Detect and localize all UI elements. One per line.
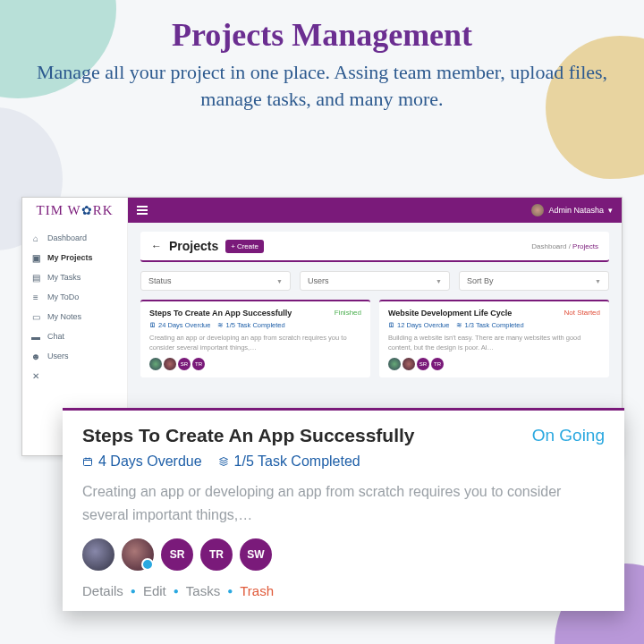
avatar: TR: [192, 358, 205, 370]
sidebar-item-users[interactable]: ☻Users: [22, 346, 127, 366]
filter-label: Sort By: [467, 276, 494, 285]
chevron-down-icon: ▼: [276, 278, 283, 284]
plus-icon: +: [231, 242, 235, 250]
avatar: SR: [417, 358, 429, 370]
separator-dot: ●: [174, 586, 179, 596]
detail-desc: Creating an app or developing an app fro…: [82, 480, 605, 526]
project-cards: Steps To Create An App Successfully Fini…: [140, 300, 609, 377]
sidebar-item-projects[interactable]: ▣My Projects: [22, 248, 127, 267]
separator-dot: ●: [131, 586, 136, 596]
project-desc: Creating an app or developing an app fro…: [149, 334, 361, 352]
tasks-text: ≋ 1/5 Task Completed: [217, 321, 284, 329]
overdue-text: 🗓 24 Days Overdue: [149, 321, 210, 329]
avatar: SR: [178, 358, 191, 370]
details-link[interactable]: Details: [82, 583, 123, 598]
sidebar-item-label: Chat: [47, 332, 64, 341]
trash-link[interactable]: Trash: [240, 583, 274, 598]
chevron-down-icon: ▼: [436, 278, 442, 284]
filter-users[interactable]: Users▼: [300, 271, 450, 291]
topbar: TIM W✿RK Admin Natasha ▾: [22, 198, 622, 223]
avatar-stack: SR TR: [149, 358, 361, 370]
calendar-icon: [82, 456, 93, 467]
tasks-text: ≋ 1/3 Task Completed: [456, 321, 523, 329]
check-icon: ▤: [31, 273, 40, 282]
breadcrumb-current: Projects: [572, 242, 598, 250]
project-title: Website Development Life Cycle: [388, 309, 512, 318]
breadcrumb-root[interactable]: Dashboard: [531, 242, 566, 250]
user-name: Admin Natasha: [548, 206, 604, 215]
user-menu[interactable]: Admin Natasha ▾: [531, 204, 613, 216]
avatar: SW: [240, 538, 272, 571]
tasks-link[interactable]: Tasks: [186, 583, 220, 598]
avatar: [402, 358, 415, 370]
filter-status[interactable]: Status▼: [140, 271, 291, 291]
sidebar-item-label: My Projects: [47, 253, 93, 262]
overdue-text: 🗓 12 Days Overdue: [388, 321, 449, 329]
chat-icon: ▬: [31, 332, 40, 341]
project-card[interactable]: Steps To Create An App Successfully Fini…: [140, 300, 370, 377]
sidebar-item-label: My ToDo: [47, 292, 79, 301]
tasks-meta: 1/5 Task Completed: [218, 453, 360, 470]
svg-rect-0: [84, 459, 92, 466]
cross-icon: ✕: [31, 371, 40, 380]
sidebar-item-chat[interactable]: ▬Chat: [22, 326, 127, 346]
stack-icon: [218, 456, 229, 467]
brand-text-post: RK: [93, 203, 114, 218]
avatar: [388, 358, 401, 370]
filter-sort[interactable]: Sort By▼: [459, 271, 609, 291]
detail-title: Steps To Create An App Successfully: [82, 425, 414, 446]
avatar: [164, 358, 176, 370]
page-title: Projects: [169, 239, 218, 253]
avatar: TR: [431, 358, 444, 370]
filter-row: Status▼ Users▼ Sort By▼: [140, 271, 609, 291]
sidebar-item-tasks[interactable]: ▤My Tasks: [22, 267, 127, 287]
hero-subtitle: Manage all your project in one place. As…: [36, 59, 608, 112]
project-card[interactable]: Website Development Life Cycle Not Start…: [379, 300, 609, 377]
detail-status: On Going: [532, 426, 605, 445]
avatar: SR: [161, 538, 193, 571]
sidebar-item-todo[interactable]: ≡My ToDo: [22, 287, 127, 307]
detail-actions: Details ● Edit ● Tasks ● Trash: [82, 583, 605, 598]
separator-dot: ●: [227, 586, 233, 596]
filter-label: Status: [148, 276, 172, 285]
edit-link[interactable]: Edit: [143, 583, 166, 598]
avatar-stack: SR TR: [388, 358, 600, 370]
avatar: [531, 204, 544, 216]
flower-icon: ✿: [81, 203, 93, 218]
page-header: ← Projects +Create Dashboard / Projects: [140, 232, 609, 262]
status-badge: Finished: [335, 309, 361, 317]
overdue-meta: 4 Days Overdue: [82, 453, 202, 470]
sidebar-item-label: My Notes: [47, 312, 81, 321]
brand-text-pre: TIM W: [37, 203, 81, 218]
avatar-stack: SR TR SW: [82, 538, 605, 571]
note-icon: ▭: [31, 312, 40, 321]
sidebar-item-notes[interactable]: ▭My Notes: [22, 307, 127, 326]
sidebar-item-label: Users: [47, 352, 69, 360]
users-icon: ☻: [31, 352, 40, 360]
header-bar: Admin Natasha ▾: [128, 198, 622, 223]
hero-title: Projects Management: [36, 16, 608, 54]
avatar: TR: [200, 538, 233, 571]
chevron-down-icon: ▼: [595, 278, 601, 284]
back-button[interactable]: ←: [151, 240, 162, 252]
overdue-value: 4 Days Overdue: [98, 453, 202, 470]
home-icon: ⌂: [31, 233, 40, 242]
sidebar-item-extra[interactable]: ✕: [22, 366, 127, 386]
brand-logo: TIM W✿RK: [22, 198, 128, 223]
menu-toggle-button[interactable]: [137, 206, 148, 215]
filter-label: Users: [308, 276, 329, 285]
create-button[interactable]: +Create: [225, 240, 264, 253]
avatar: [122, 538, 154, 571]
briefcase-icon: ▣: [31, 253, 40, 262]
avatar: [149, 358, 162, 370]
breadcrumb: Dashboard / Projects: [531, 242, 598, 250]
create-label: Create: [237, 242, 258, 250]
project-title: Steps To Create An App Successfully: [149, 309, 292, 318]
sidebar-item-label: Dashboard: [47, 233, 87, 242]
project-detail-card: Steps To Create An App Successfully On G…: [63, 408, 624, 611]
tasks-value: 1/5 Task Completed: [234, 453, 360, 470]
status-badge: Not Started: [564, 309, 600, 317]
sidebar-item-label: My Tasks: [47, 273, 80, 282]
project-desc: Building a website isn't easy. There are…: [388, 334, 600, 352]
sidebar-item-dashboard[interactable]: ⌂Dashboard: [22, 228, 127, 248]
